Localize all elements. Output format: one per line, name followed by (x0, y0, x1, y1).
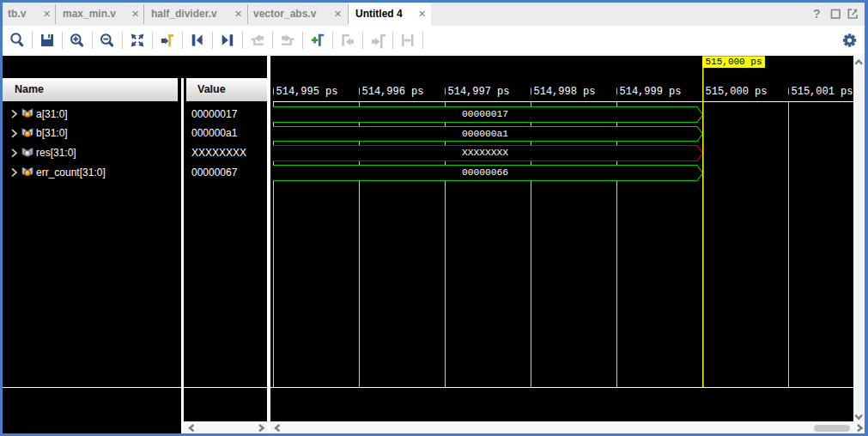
svg-text:514,996 ps: 514,996 ps (362, 86, 424, 98)
svg-text:00000066: 00000066 (462, 167, 508, 178)
svg-text:514,999 ps: 514,999 ps (620, 86, 682, 98)
svg-text:515,000 ps: 515,000 ps (706, 57, 762, 67)
svg-text:00000017: 00000017 (462, 109, 508, 119)
svg-text:514,997 ps: 514,997 ps (448, 86, 510, 98)
svg-text:515,001 ps: 515,001 ps (792, 86, 853, 98)
svg-text:000000a1: 000000a1 (462, 129, 508, 139)
svg-text:XXXXXXXX: XXXXXXXX (462, 148, 508, 158)
svg-text:514,995 ps: 514,995 ps (276, 86, 338, 98)
svg-text:514,998 ps: 514,998 ps (534, 86, 596, 98)
svg-text:515,000 ps: 515,000 ps (706, 86, 768, 98)
